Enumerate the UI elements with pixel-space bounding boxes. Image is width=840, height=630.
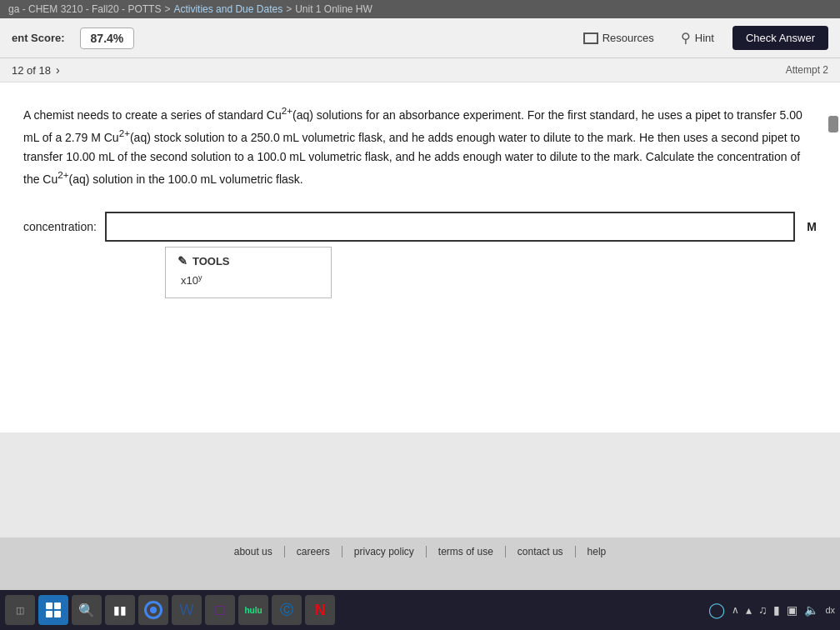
tools-button[interactable]: ✎ TOOLS [178,254,230,268]
breadcrumb-sep2: > [286,3,292,15]
x10y-label: x10y [181,274,202,287]
pencil-icon: ✎ [178,254,188,268]
chrome-center [150,607,157,613]
taskbar-chevron-up-icon[interactable]: ∧ [732,604,739,616]
taskbar-search-button[interactable]: 🔍 [72,595,102,625]
footer: about us careers privacy policy terms of… [0,538,840,562]
taskbar-edge-button[interactable]: Ⓒ [272,595,302,625]
taskbar: ◫ 🔍 ▮▮ W □ hulu Ⓒ N ◯ ∧ ▴ ♫ ▮ ▣ 🔈 dx [0,590,840,630]
taskbar-split-button[interactable]: ◫ [5,595,35,625]
x10y-button[interactable]: x10y [178,273,205,287]
attempt-label: Attempt 2 [786,64,828,76]
breadcrumb-sep1: > [164,3,170,15]
answer-row: concentration: M [23,212,817,242]
taskbar-speaker-icon: 🔈 [804,603,818,617]
taskbar-system-tray: ◯ ∧ ▴ ♫ ▮ ▣ 🔈 dx [708,601,835,619]
taskbar-wifi-icon: ▴ [746,603,752,617]
question-number: 12 of 18 [12,64,51,77]
concentration-label: concentration: [23,220,97,233]
chrome-icon [144,601,162,619]
nav-chevron[interactable]: › [56,63,60,77]
hint-icon: ⚲ [681,30,691,46]
resources-label: Resources [602,32,654,44]
taskbar-volume-icon[interactable]: ♫ [758,603,768,617]
tools-label: TOOLS [192,255,230,268]
breadcrumb-activities[interactable]: Activities and Due Dates [173,3,282,15]
score-label: ent Score: [12,32,65,44]
footer-careers[interactable]: careers [285,546,342,558]
taskbar-netflix-button[interactable]: N [305,595,335,625]
windows-icon [46,602,61,618]
question-text: A chemist needs to create a series of st… [23,102,817,188]
hint-button[interactable]: ⚲ Hint [672,25,722,51]
taskbar-notification-icon[interactable]: ▣ [787,603,798,617]
taskbar-chrome-button[interactable] [138,595,168,625]
main-content: A chemist needs to create a series of st… [0,82,840,538]
check-answer-label: Check Answer [746,32,815,44]
footer-about[interactable]: about us [222,546,285,558]
taskbar-windows-button[interactable] [38,595,68,625]
scroll-indicator[interactable] [828,116,838,132]
taskbar-battery-icon: ▮ [773,603,780,617]
resources-icon [583,32,598,44]
hint-label: Hint [695,32,714,44]
concentration-input[interactable] [105,212,795,242]
footer-contact[interactable]: contact us [506,546,576,558]
check-answer-button[interactable]: Check Answer [732,26,828,50]
score-value: 87.4% [80,28,135,49]
breadcrumb: ga - CHEM 3210 - Fall20 - POTTS > Activi… [0,0,840,18]
footer-terms[interactable]: terms of use [427,546,506,558]
tools-dropdown: ✎ TOOLS x10y [165,247,332,298]
taskbar-question-icon[interactable]: ◯ [708,601,725,619]
taskbar-onenote-button[interactable]: □ [205,595,235,625]
question-navigation: 12 of 18 › [12,63,60,77]
taskbar-hulu-button[interactable]: hulu [238,595,268,625]
nav-row: 12 of 18 › Attempt 2 [0,58,840,82]
resources-button[interactable]: Resources [575,27,662,49]
unit-label: M [807,220,817,233]
breadcrumb-course: ga - CHEM 3210 - Fall20 - POTTS [8,3,161,15]
taskbar-taskview-button[interactable]: ▮▮ [105,595,135,625]
taskbar-word-button[interactable]: W [172,595,202,625]
volume-mute-icon: dx [825,605,835,615]
breadcrumb-current: Unit 1 Online HW [295,3,372,15]
question-box: A chemist needs to create a series of st… [0,82,840,432]
footer-help[interactable]: help [576,546,618,558]
header: ent Score: 87.4% Resources ⚲ Hint Check … [0,18,840,58]
footer-privacy[interactable]: privacy policy [342,546,427,558]
